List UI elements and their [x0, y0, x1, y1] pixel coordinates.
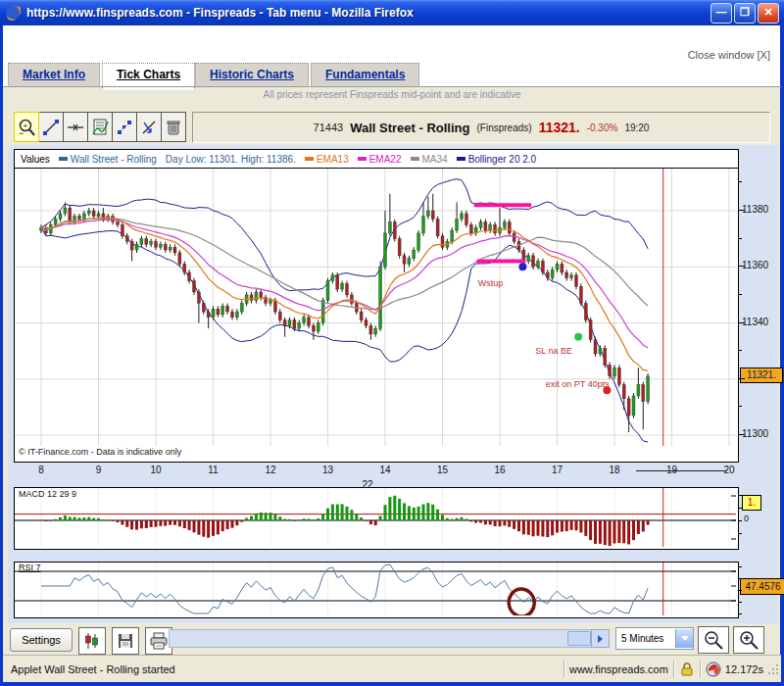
trash-tool-button[interactable]	[162, 112, 186, 142]
interval-value: 5 Minutes	[616, 633, 675, 644]
tab-fundamentals[interactable]: Fundamentals	[311, 63, 419, 87]
status-timer: 12.172s	[725, 663, 763, 675]
status-message: Applet Wall Street - Rolling started	[11, 663, 175, 675]
chart-legend: Values Wall Street - RollingDay Low: 113…	[15, 150, 738, 169]
trash-icon	[166, 119, 181, 136]
prices-notice: All prices represent Finspreads mid-poin…	[3, 89, 781, 100]
trade-annotation-text: SL na BE	[535, 346, 572, 356]
tabs-divider	[3, 86, 781, 87]
current-price-box: 11321.	[740, 368, 783, 383]
candles-layer	[40, 194, 650, 432]
date-label: 22	[338, 479, 397, 490]
quote-name: Wall Street - Rolling	[350, 121, 469, 135]
trade-annotation-text: Wstup	[478, 278, 504, 288]
zoom-out-button[interactable]	[698, 626, 729, 654]
legend-values-label: Values	[21, 154, 50, 165]
resize-grip[interactable]	[767, 663, 779, 675]
applet-status-icon	[706, 662, 721, 677]
point-markers-icon	[116, 119, 133, 136]
scroll-right-button[interactable]	[591, 629, 610, 648]
legend-item: EMA22	[358, 154, 402, 165]
legend-item: EMA13	[305, 154, 349, 165]
rsi-label: RSI 7	[19, 563, 41, 572]
dropdown-button[interactable]	[675, 629, 693, 648]
chevron-down-icon	[681, 636, 689, 641]
zoom-in-button[interactable]	[733, 626, 764, 654]
quote-change: -0.30%	[587, 122, 618, 133]
indicator-settings-icon	[91, 118, 109, 137]
quote-bar: 71443 Wall Street - Rolling (Finspreads)…	[192, 112, 770, 143]
legend-item: Wall Street - Rolling	[59, 154, 157, 165]
printer-icon	[149, 632, 169, 650]
chart-type-button[interactable]	[78, 627, 106, 655]
quote-price: 11321.	[539, 120, 580, 135]
legend-items: Wall Street - RollingDay Low: 11301. Hig…	[59, 154, 536, 165]
status-bar: Applet Wall Street - Rolling started www…	[3, 655, 781, 682]
window-title: https://www.finspreads.com - Finspreads …	[26, 6, 414, 20]
minimize-button[interactable]: —	[710, 3, 732, 24]
tab-market-info[interactable]: Market Info	[8, 63, 100, 87]
point-markers-tool-button[interactable]	[113, 112, 137, 142]
legend-item: MA34	[411, 154, 448, 165]
trade-marker-dot	[518, 263, 526, 270]
browser-window: https://www.finspreads.com - Finspreads …	[0, 0, 784, 686]
macd-label: MACD 12 29 9	[19, 489, 76, 499]
legend-item: Bollinger 20 2.0	[457, 154, 537, 165]
indicator-settings-tool-button[interactable]	[88, 112, 113, 142]
chart-scrollbar[interactable]	[169, 629, 610, 648]
legend-swatch	[358, 157, 367, 161]
padlock-icon	[679, 662, 695, 676]
close-window-link[interactable]: Close window [X]	[688, 49, 770, 61]
save-button[interactable]	[112, 627, 139, 655]
firefox-icon	[5, 5, 21, 21]
save-icon	[117, 632, 134, 650]
magnifier-icon: + −	[18, 118, 35, 137]
legend-swatch	[457, 157, 466, 161]
trade-marker-dot	[574, 333, 582, 341]
maximize-button[interactable]: ❐	[734, 3, 756, 24]
zoom-out-icon	[703, 629, 724, 651]
macd-panel[interactable]: MACD 12 29 9	[14, 487, 739, 550]
macd-value-box: 1.	[742, 495, 761, 511]
erase-line-icon	[140, 119, 158, 136]
zoom-tool-button[interactable]: + −	[14, 112, 39, 142]
legend-swatch	[59, 157, 68, 161]
legend-swatch	[305, 157, 314, 161]
rsi-panel[interactable]: RSI 7	[14, 562, 739, 618]
horizontal-line-icon	[67, 119, 84, 136]
scrollbar-thumb[interactable]	[567, 631, 591, 646]
trend-line-icon	[42, 119, 60, 136]
quote-epic: 71443	[314, 122, 344, 133]
main-chart-panel[interactable]: Values Wall Street - RollingDay Low: 113…	[14, 149, 739, 463]
close-button[interactable]: ✕	[758, 3, 779, 24]
rsi-plot[interactable]	[15, 563, 738, 615]
price-plot[interactable]: WstupSL na BEexit on PT 40pts	[15, 169, 738, 446]
quote-provider: (Finspreads)	[476, 122, 531, 133]
legend-range-label: Day Low: 11301. High: 11386.	[166, 154, 296, 165]
macd-zero-label: 0	[744, 514, 749, 523]
macd-plot[interactable]	[15, 488, 738, 547]
trend-line-tool-button[interactable]	[39, 112, 64, 142]
chart-copyright: © IT-Finance.com - Data is indicative on…	[15, 446, 738, 457]
window-titlebar[interactable]: https://www.finspreads.com - Finspreads …	[0, 0, 784, 25]
drawing-toolbar: + −	[14, 112, 186, 142]
tab-historic-charts[interactable]: Historic Charts	[195, 63, 309, 87]
quote-time: 19:20	[624, 122, 649, 133]
arrow-right-icon	[598, 635, 603, 643]
zoom-in-icon	[738, 629, 760, 651]
settings-button[interactable]: Settings	[10, 628, 73, 652]
svg-text:−: −	[19, 128, 24, 137]
rsi-circle-annotation	[508, 588, 536, 615]
trade-annotation-text: exit on PT 40pts	[546, 379, 610, 389]
legend-swatch	[411, 157, 419, 161]
rsi-value-box: 47.4576	[740, 578, 784, 595]
status-site: www.finspreads.com	[569, 663, 668, 675]
candlestick-icon	[83, 632, 101, 650]
interval-dropdown[interactable]: 5 Minutes	[615, 627, 694, 650]
erase-line-tool-button[interactable]	[137, 112, 162, 142]
horizontal-line-tool-button[interactable]	[64, 112, 88, 142]
